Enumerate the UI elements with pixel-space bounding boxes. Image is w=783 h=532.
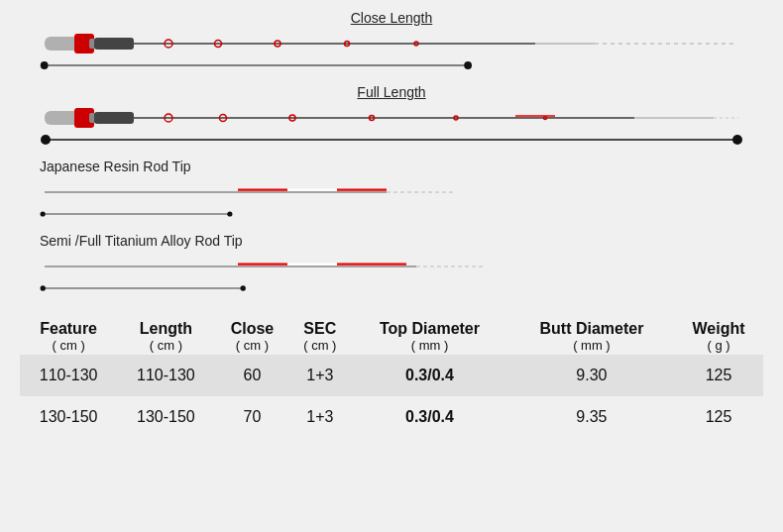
row2-feature: 130-150 xyxy=(20,396,117,438)
row2-sec: 1+3 xyxy=(289,396,350,438)
spec-table: Feature ( cm ) Length ( cm ) Close ( cm … xyxy=(20,312,763,438)
header-weight: Weight ( g ) xyxy=(674,312,763,355)
diagram-section: Close Length xyxy=(0,0,783,312)
header-sec: SEC ( cm ) xyxy=(289,312,350,355)
close-length-rod-svg xyxy=(40,29,743,58)
row2-weight: 125 xyxy=(674,396,763,438)
row1-top-diameter: 0.3/0.4 xyxy=(350,355,509,396)
full-length-measure-svg xyxy=(40,133,743,147)
svg-point-31 xyxy=(732,135,742,145)
close-length-label: Close Length xyxy=(40,10,743,26)
full-length-label: Full Length xyxy=(40,84,743,100)
row1-length: 110-130 xyxy=(117,355,214,396)
row1-butt-diameter: 9.30 xyxy=(509,355,674,396)
table-section: Feature ( cm ) Length ( cm ) Close ( cm … xyxy=(0,312,783,532)
header-length: Length ( cm ) xyxy=(117,312,214,355)
table-row: 110-130 110-130 60 1+3 0.3/0.4 9.30 125 xyxy=(20,355,763,396)
close-length-diagram: Close Length xyxy=(40,10,743,72)
row2-close: 70 xyxy=(215,396,290,438)
svg-point-14 xyxy=(464,61,472,69)
titanium-measure-svg xyxy=(40,281,419,295)
header-close: Close ( cm ) xyxy=(215,312,290,355)
svg-point-39 xyxy=(227,211,232,216)
header-top-diameter: Top Diameter ( mm ) xyxy=(350,312,509,355)
table-header-row: Feature ( cm ) Length ( cm ) Close ( cm … xyxy=(20,312,763,355)
row1-close: 60 xyxy=(215,355,290,396)
row1-weight: 125 xyxy=(674,355,763,396)
full-length-rod-svg xyxy=(40,103,743,133)
japanese-resin-rod-svg xyxy=(40,177,743,207)
row1-sec: 1+3 xyxy=(289,355,350,396)
svg-point-47 xyxy=(240,285,245,290)
japanese-resin-measure-svg xyxy=(40,207,405,221)
titanium-rod-diagram: Semi /Full Titanium Alloy Rod Tip xyxy=(40,233,743,295)
row2-butt-diameter: 9.35 xyxy=(509,396,674,438)
close-length-measure-svg xyxy=(40,58,589,72)
table-body: 110-130 110-130 60 1+3 0.3/0.4 9.30 125 … xyxy=(20,355,763,438)
full-length-diagram: Full Length xyxy=(40,84,743,147)
row2-top-diameter: 0.3/0.4 xyxy=(350,396,509,438)
header-feature: Feature ( cm ) xyxy=(20,312,117,355)
table-row: 130-150 130-150 70 1+3 0.3/0.4 9.35 125 xyxy=(20,396,763,438)
japanese-resin-label: Japanese Resin Rod Tip xyxy=(40,159,743,174)
row1-feature: 110-130 xyxy=(20,355,117,396)
titanium-rod-label: Semi /Full Titanium Alloy Rod Tip xyxy=(40,233,743,249)
titanium-rod-svg xyxy=(40,252,743,281)
japanese-resin-diagram: Japanese Resin Rod Tip xyxy=(40,159,743,221)
main-container: Close Length xyxy=(0,0,783,532)
svg-rect-18 xyxy=(94,112,134,124)
header-butt-diameter: Butt Diameter ( mm ) xyxy=(509,312,674,355)
row2-length: 130-150 xyxy=(117,396,214,438)
svg-rect-3 xyxy=(94,38,134,50)
